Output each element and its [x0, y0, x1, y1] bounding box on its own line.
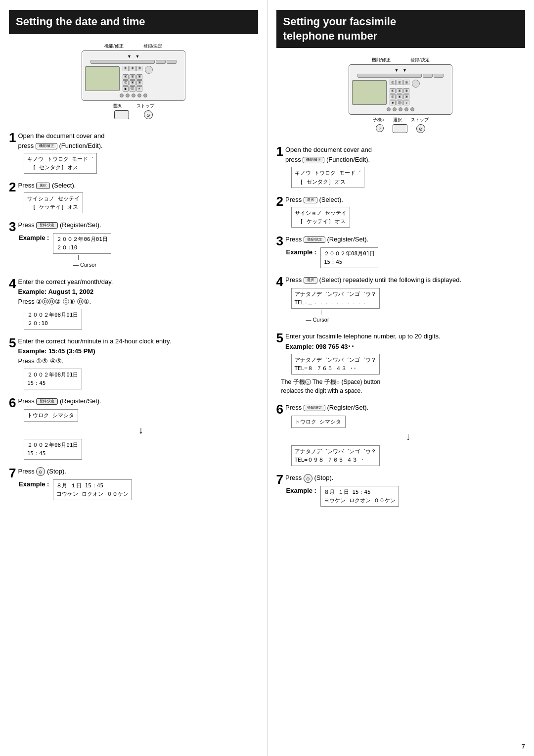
right-step-7-btn: ⊙	[304, 474, 312, 483]
left-step-7-btn: ⊙	[36, 467, 45, 476]
right-device-diagram: 機能/修正 登録/決定 ▼ ▼ ①②③	[276, 57, 526, 133]
left-step-4-press-seq: Press ②⓪⓪② ⓪⑧ ⓪①.	[18, 298, 91, 305]
left-step-1-display: キノウ トウロク モード゛ [ センタク] オス	[24, 153, 97, 174]
left-step-4-num: 4	[9, 277, 16, 290]
right-step-3-sub: (Register/Set).	[327, 236, 368, 243]
right-step-5-note2: replaces the digit with a space.	[281, 387, 362, 394]
left-step-6-press: Press	[18, 397, 36, 405]
left-step-6-btn: 登録/決定	[36, 398, 58, 405]
right-step-2-sub: (Select).	[319, 196, 343, 203]
left-step-7-example-label: Example :	[19, 479, 49, 489]
right-step-2-display: サイショノ セッテイ [ ケッテイ] オス	[291, 207, 351, 228]
right-step-1-btn: 機能/修正	[303, 157, 324, 163]
label-koki-right: 子機○	[373, 117, 384, 123]
right-step-4-press: Press	[285, 276, 304, 284]
right-step-7-num: 7	[276, 473, 283, 486]
left-step-1-num: 1	[9, 131, 16, 144]
right-step-4-cursor: — Cursor	[306, 317, 329, 323]
left-step-7-num: 7	[9, 467, 16, 479]
left-step-3-num: 3	[9, 220, 16, 233]
right-step-2-press: Press	[285, 196, 304, 203]
label-kinou-right: 機能/修正	[372, 57, 391, 63]
koki-btn-diag-right: ○	[376, 124, 384, 132]
right-step-5-text: Enter your facsimile telephone number, u…	[285, 332, 441, 340]
right-step-1-text: Open the document cover and	[285, 146, 372, 153]
right-step-6-btn: 登録/決定	[304, 405, 325, 411]
right-step-7: 7 Press ⊙ (Stop). Example : ８月 １日 15：45 …	[276, 473, 526, 507]
right-step-3-btn: 登録/決定	[304, 236, 325, 243]
right-step-7-press: Press	[285, 474, 304, 481]
left-step-5: 5 Enter the correct hour/minute in a 24-…	[9, 336, 258, 389]
right-step-3-num: 3	[276, 235, 283, 247]
right-step-6: 6 Press 登録/決定 (Register/Set). トウロク シマシタ …	[276, 403, 526, 466]
right-step-7-sub: (Stop).	[314, 474, 333, 481]
left-step-7-display: ８月 １日 15：45 ヨウケン ロクオン ００ケン	[53, 479, 132, 500]
right-step-3: 3 Press 登録/決定 (Register/Set). Example : …	[276, 235, 526, 268]
label-stop-left: ストップ	[136, 103, 154, 109]
left-step-6: 6 Press 登録/決定 (Register/Set). トウロク シマシタ …	[9, 396, 258, 460]
left-step-5-press-seq: Press ①⑤ ④⑤.	[18, 357, 63, 365]
left-step-1-btn: 機能/修正	[36, 143, 57, 149]
right-step-5: 5 Enter your facsimile telephone number,…	[276, 331, 526, 396]
left-step-7: 7 Press ⊙ (Stop). Example : ８月 １日 15：45 …	[9, 467, 258, 500]
right-step-5-example-bold: Example: 098 765 43･･	[285, 343, 355, 350]
right-section-title: Setting your facsimile telephone number	[276, 10, 526, 48]
sentaku-btn-diag-left	[114, 110, 129, 119]
right-step-4: 4 Press 選択 (Select) repeatedly until the…	[276, 275, 526, 325]
page: Setting the date and time 機能/修正 登録/決定 ▼ …	[0, 0, 534, 756]
right-step-6-sub: (Register/Set).	[327, 404, 368, 411]
left-step-2-btn: 選択	[36, 183, 50, 189]
right-step-4-display: アナタノデ゛ンワバ゛ンゴ゛ウ？ TEL=＿．．．．．．．．．．	[291, 288, 380, 309]
left-step-1: 1 Open the document cover and press 機能/修…	[9, 131, 258, 174]
label-kinou-left: 機能/修正	[104, 43, 124, 49]
label-touroku-left: 登録/決定	[143, 43, 163, 49]
left-step-2: 2 Press 選択 (Select). サイショノ セッテイ [ ケッテイ] …	[9, 181, 258, 213]
right-step-3-example-label: Example :	[286, 247, 316, 257]
right-step-6-num: 6	[276, 403, 283, 416]
right-step-2: 2 Press 選択 (Select). サイショノ セッテイ [ ケッテイ] …	[276, 195, 526, 228]
left-step-3-example-label: Example :	[19, 233, 49, 243]
stop-btn-diag-right: ⊙	[416, 124, 425, 133]
device-image-left: ▼ ▼ ①②③ ④⑤⑥	[82, 50, 185, 101]
right-step-5-num: 5	[276, 331, 283, 344]
left-step-6-sub: (Register/Set).	[60, 397, 101, 405]
left-column: Setting the date and time 機能/修正 登録/決定 ▼ …	[0, 0, 267, 756]
left-step-1-press: press	[18, 142, 35, 149]
label-sentaku-left: 選択	[113, 103, 122, 109]
right-step-6-display1: トウロク シマシタ	[291, 416, 346, 428]
left-step-2-press: Press	[18, 182, 36, 189]
left-step-2-num: 2	[9, 181, 16, 193]
right-column: Setting your facsimile telephone number …	[267, 0, 534, 756]
left-step-7-press: Press	[18, 468, 36, 475]
sentaku-btn-diag-right	[393, 124, 407, 133]
label-touroku-right: 登録/決定	[410, 57, 430, 63]
left-step-4-text: Enter the correct year/month/day.	[18, 278, 113, 285]
right-step-1: 1 Open the document cover and press 機能/修…	[276, 145, 526, 188]
right-step-1-display: キノウ トウロク モード゛ [ センタク] オス	[291, 167, 364, 188]
right-step-1-sub: (Function/Edit).	[326, 156, 370, 163]
right-step-5-note: The 子機○ The 子機○ (Space) button replaces …	[281, 378, 526, 396]
left-step-6-num: 6	[9, 396, 16, 409]
right-step-5-display: アナタノデ゛ンワバ゛ンゴ゛ウ？ TEL=８ ７６５ ４３ ··	[291, 354, 380, 375]
left-step-5-example-bold: Example: 15:45 (3:45 PM)	[18, 347, 95, 355]
left-step-3: 3 Press 登録/決定 (Register/Set). Example : …	[9, 220, 258, 270]
left-step-3-press: Press	[18, 221, 36, 229]
right-step-3-display: ２００２年08月01日 15：45	[320, 247, 379, 268]
right-step-1-num: 1	[276, 145, 283, 158]
left-step-1-sub: (Function/Edit).	[59, 142, 102, 149]
left-step-6-display1: トウロク シマシタ	[24, 409, 78, 422]
left-step-6-display2: ２００２年08月01日 15：45	[24, 439, 82, 460]
left-step-4-example-bold: Example: August 1, 2002	[18, 288, 93, 295]
page-number: 7	[522, 743, 525, 750]
right-step-7-display: ８月 １日 15：45 ヨウケン ロクオン ００ケン	[320, 486, 399, 507]
right-step-4-sub: (Select) repeatedly until the following …	[319, 276, 461, 284]
right-step-6-arrow: ↓	[291, 429, 526, 444]
left-step-4: 4 Enter the correct year/month/day. Exam…	[9, 277, 258, 330]
right-step-4-btn: 選択	[304, 277, 317, 284]
left-step-2-sub: (Select).	[52, 182, 76, 189]
left-step-5-display: ２００２年08月01日 15：45	[24, 369, 82, 389]
left-step-5-text: Enter the correct hour/minute in a 24-ho…	[18, 337, 171, 345]
right-step-7-example-label: Example :	[286, 486, 316, 496]
left-step-5-num: 5	[9, 336, 16, 349]
left-step-1-text: Open the document cover and	[18, 132, 104, 140]
